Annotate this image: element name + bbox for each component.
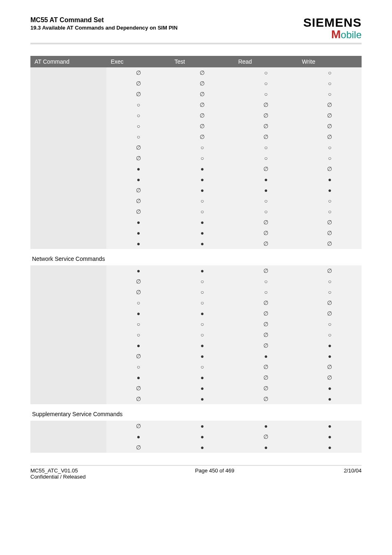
symbol-cell: ∅ — [106, 196, 170, 206]
pin-icon: ● — [201, 433, 204, 440]
cmd-cell — [30, 276, 106, 287]
cmd-cell — [30, 67, 106, 78]
symbol-cell: ● — [171, 164, 234, 174]
table-row: ∅○○○ — [30, 206, 362, 217]
na-icon: ∅ — [263, 240, 268, 247]
nopin-icon: ○ — [328, 69, 331, 76]
nopin-icon: ○ — [328, 155, 331, 161]
symbol-cell: ∅ — [106, 153, 170, 164]
brand-mobile-text: Mobile — [303, 29, 362, 40]
na-icon: ∅ — [200, 123, 205, 129]
cmd-cell — [30, 351, 106, 362]
symbol-cell: ○ — [171, 153, 234, 164]
table-row: ●●∅∅ — [30, 164, 362, 174]
symbol-cell: ● — [298, 431, 362, 442]
symbol-cell: ● — [234, 174, 298, 185]
symbol-cell: ○ — [234, 206, 298, 217]
footer-doc-id: MC55_ATC_V01.05 — [30, 467, 78, 474]
symbol-cell: ● — [171, 228, 234, 238]
pin-icon: ● — [201, 166, 204, 172]
symbol-cell: ○ — [171, 196, 234, 206]
na-icon: ∅ — [263, 219, 268, 226]
cmd-cell — [30, 308, 106, 319]
symbol-cell: ∅ — [234, 362, 298, 372]
symbol-cell: ∅ — [106, 394, 170, 404]
symbol-cell: ● — [106, 238, 170, 249]
pin-icon: ● — [201, 267, 204, 274]
symbol-cell: ∅ — [234, 121, 298, 131]
pin-icon: ● — [328, 433, 331, 440]
nopin-icon: ○ — [328, 144, 331, 151]
nopin-icon: ○ — [328, 198, 331, 204]
brand-m-letter: M — [331, 28, 341, 41]
symbol-cell: ∅ — [106, 206, 170, 217]
symbol-cell: ○ — [234, 67, 298, 78]
pin-icon: ● — [328, 342, 331, 349]
nopin-icon: ○ — [264, 144, 267, 151]
cmd-cell — [30, 217, 106, 228]
na-icon: ∅ — [263, 230, 268, 236]
table-row: ∅●●● — [30, 421, 362, 431]
symbol-cell: ∅ — [234, 131, 298, 142]
page-footer: MC55_ATC_V01.05 Confidential / Released … — [30, 467, 362, 480]
symbol-cell: ∅ — [234, 217, 298, 228]
cmd-cell — [30, 121, 106, 131]
symbol-cell: ● — [171, 431, 234, 442]
symbol-cell: ● — [171, 185, 234, 196]
header-rule — [30, 43, 362, 44]
table-row: ●●∅● — [30, 431, 362, 442]
symbol-cell: ○ — [106, 319, 170, 329]
cmd-cell — [30, 421, 106, 431]
brand-logo: SIEMENS Mobile — [303, 16, 362, 40]
symbol-cell: ● — [234, 421, 298, 431]
symbol-cell: ∅ — [234, 308, 298, 319]
symbol-cell: ∅ — [106, 351, 170, 362]
pin-icon: ● — [328, 176, 331, 183]
pin-icon: ● — [201, 176, 204, 183]
symbol-cell: ● — [298, 340, 362, 351]
na-icon: ∅ — [263, 310, 268, 317]
nopin-icon: ○ — [328, 80, 331, 87]
symbol-cell: ∅ — [171, 78, 234, 89]
pin-icon: ● — [137, 267, 140, 274]
symbol-cell: ● — [171, 265, 234, 276]
pin-icon: ● — [201, 187, 204, 193]
na-icon: ∅ — [136, 155, 141, 161]
table-section-row: Network Service Commands — [30, 249, 362, 265]
symbol-cell: ○ — [298, 206, 362, 217]
na-icon: ∅ — [327, 310, 332, 317]
symbol-cell: ● — [298, 442, 362, 453]
table-section-row: Supplementary Service Commands — [30, 404, 362, 421]
symbol-cell: ∅ — [234, 431, 298, 442]
symbol-cell: ● — [171, 340, 234, 351]
symbol-cell: ∅ — [234, 238, 298, 249]
symbol-cell: ∅ — [298, 308, 362, 319]
table-row: ●●∅∅ — [30, 265, 362, 276]
pin-icon: ● — [137, 374, 140, 381]
symbol-cell: ○ — [298, 329, 362, 340]
na-icon: ∅ — [136, 385, 141, 391]
na-icon: ∅ — [263, 101, 268, 108]
symbol-cell: ○ — [171, 276, 234, 287]
na-icon: ∅ — [200, 80, 205, 87]
cmd-cell — [30, 297, 106, 308]
nopin-icon: ○ — [264, 289, 267, 295]
symbol-cell: ○ — [234, 78, 298, 89]
pin-icon: ● — [201, 310, 204, 317]
cmd-cell — [30, 431, 106, 442]
symbol-cell: ∅ — [234, 383, 298, 394]
symbol-cell: ∅ — [298, 238, 362, 249]
symbol-cell: ● — [171, 351, 234, 362]
na-icon: ∅ — [327, 166, 332, 172]
nopin-icon: ○ — [201, 198, 204, 204]
symbol-cell: ○ — [171, 329, 234, 340]
symbol-cell: ● — [298, 394, 362, 404]
symbol-cell: ○ — [298, 196, 362, 206]
table-header-row: AT Command Exec Test Read Write — [30, 56, 362, 67]
pin-icon: ● — [328, 385, 331, 391]
symbol-cell: ● — [171, 217, 234, 228]
cmd-cell — [30, 383, 106, 394]
cmd-cell — [30, 174, 106, 185]
nopin-icon: ○ — [201, 321, 204, 327]
symbol-cell: ∅ — [298, 131, 362, 142]
